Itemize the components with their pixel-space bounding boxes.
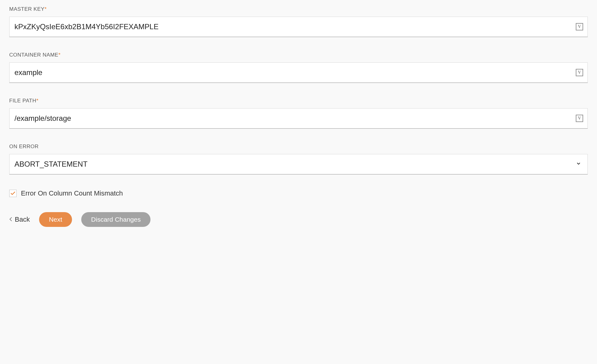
file-path-field-group: FILE PATH* V [9,98,588,129]
on-error-field-group: ON ERROR ABORT_STATEMENT [9,144,588,175]
error-on-column-mismatch-label: Error On Column Count Mismatch [21,189,123,197]
container-name-label-text: CONTAINER NAME [9,52,58,58]
on-error-select-wrapper[interactable]: ABORT_STATEMENT [9,154,588,175]
back-button-label: Back [15,216,30,224]
master-key-label-text: MASTER KEY [9,6,45,12]
error-on-column-mismatch-row: Error On Column Count Mismatch [9,189,588,197]
button-row: Back Next Discard Changes [9,212,588,227]
variable-icon[interactable]: V [576,115,583,122]
container-name-field-group: CONTAINER NAME* V [9,52,588,83]
variable-icon[interactable]: V [576,23,583,30]
next-button[interactable]: Next [39,212,72,227]
on-error-select[interactable]: ABORT_STATEMENT [10,154,587,174]
container-name-input[interactable] [10,63,576,82]
on-error-label-text: ON ERROR [9,144,39,149]
master-key-input[interactable] [10,17,576,37]
container-name-input-wrapper: V [9,62,588,83]
file-path-input[interactable] [10,109,576,128]
on-error-label: ON ERROR [9,144,588,150]
master-key-input-wrapper: V [9,17,588,37]
required-asterisk: * [36,98,38,104]
variable-icon[interactable]: V [576,69,583,76]
master-key-label: MASTER KEY* [9,6,588,12]
chevron-left-icon [9,216,12,224]
error-on-column-mismatch-checkbox[interactable] [9,190,17,197]
required-asterisk: * [45,6,47,12]
back-button[interactable]: Back [9,216,30,224]
file-path-input-wrapper: V [9,108,588,129]
master-key-field-group: MASTER KEY* V [9,6,588,37]
container-name-label: CONTAINER NAME* [9,52,588,58]
required-asterisk: * [58,52,61,58]
discard-changes-button[interactable]: Discard Changes [81,212,150,227]
file-path-label: FILE PATH* [9,98,588,104]
file-path-label-text: FILE PATH [9,98,36,104]
